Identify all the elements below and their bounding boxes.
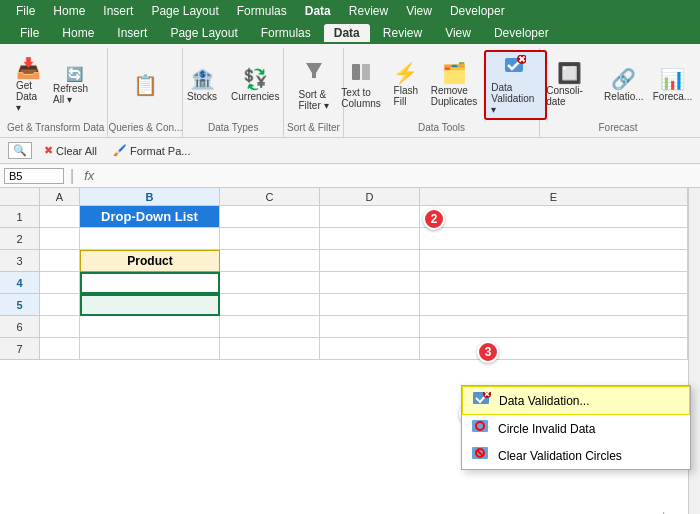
cell-a3[interactable] [40, 250, 80, 272]
currencies-button[interactable]: 💱 Currencies [225, 65, 285, 106]
ribbon-group-data-tools: Text toColumns ⚡ FlashFill 🗂️ RemoveDupl… [344, 48, 540, 137]
cell-c1[interactable] [220, 206, 320, 228]
cell-e6[interactable] [420, 316, 688, 338]
cell-b5[interactable] [80, 294, 220, 316]
dropdown-data-validation[interactable]: Data Validation... [462, 386, 690, 415]
cell-e7[interactable] [420, 338, 688, 360]
data-validation-dropdown: Data Validation... Circle Invalid Data C… [461, 385, 691, 470]
ribbon-tab-insert[interactable]: Insert [107, 24, 157, 42]
ribbon-tab-home[interactable]: Home [52, 24, 104, 42]
get-data-label: GetData ▾ [16, 80, 40, 113]
ribbon-tab-file[interactable]: File [10, 24, 49, 42]
forecast-buttons: 🔲 Consoli­date 🔗 Relatio... 📊 Foreca... [540, 50, 696, 120]
data-val-icon [504, 55, 526, 80]
text-to-columns-button[interactable]: Text toColumns [336, 58, 386, 113]
ribbon-tab-review[interactable]: Review [373, 24, 432, 42]
cell-a1[interactable] [40, 206, 80, 228]
cell-b7[interactable] [80, 338, 220, 360]
format-painter-button[interactable]: 🖌️ Format Pa... [109, 143, 195, 158]
cell-e3[interactable] [420, 250, 688, 272]
formula-input[interactable] [102, 170, 696, 182]
clear-all-icon: ✖ [44, 144, 53, 157]
dropdown-circle-invalid[interactable]: Circle Invalid Data [462, 415, 690, 442]
ribbon-group-data-types: 🏦 Stocks 💱 Currencies Data Types [183, 48, 284, 137]
cell-a6[interactable] [40, 316, 80, 338]
queries-button[interactable]: 📋 [127, 71, 164, 99]
column-headers: A B C D E [0, 188, 688, 206]
cell-d1[interactable] [320, 206, 420, 228]
cell-c3[interactable] [220, 250, 320, 272]
ribbon-tab-formulas[interactable]: Formulas [251, 24, 321, 42]
cell-e4[interactable] [420, 272, 688, 294]
search-box[interactable]: 🔍 [8, 142, 32, 159]
cell-a4[interactable] [40, 272, 80, 294]
ribbon-tab-page layout[interactable]: Page Layout [160, 24, 247, 42]
cell-c6[interactable] [220, 316, 320, 338]
cell-c7[interactable] [220, 338, 320, 360]
cell-a2[interactable] [40, 228, 80, 250]
remove-duplicates-button[interactable]: 🗂️ RemoveDuplicates [426, 59, 482, 111]
clear-all-button[interactable]: ✖ Clear All [40, 143, 101, 158]
menu-item-page layout[interactable]: Page Layout [143, 2, 226, 20]
data-types-label: Data Types [208, 120, 258, 135]
cell-d4[interactable] [320, 272, 420, 294]
consolidate-button[interactable]: 🔲 Consoli­date [540, 59, 598, 111]
cell-b6[interactable] [80, 316, 220, 338]
get-data-button[interactable]: 📥 GetData ▾ [10, 54, 46, 117]
ribbon-tab-developer[interactable]: Developer [484, 24, 559, 42]
menu-item-developer[interactable]: Developer [442, 2, 513, 20]
forecast-button[interactable]: 📊 Foreca... [649, 65, 696, 106]
cell-b1[interactable]: Drop-Down List [80, 206, 220, 228]
cell-a7[interactable] [40, 338, 80, 360]
menu-item-data[interactable]: Data [297, 2, 339, 20]
row-header-4: 4 [0, 272, 40, 294]
table-row: 4 [0, 272, 688, 294]
menu-item-review[interactable]: Review [341, 2, 396, 20]
clear-validation-icon [472, 447, 490, 464]
cell-c4[interactable] [220, 272, 320, 294]
menu-item-home[interactable]: Home [45, 2, 93, 20]
consolidate-icon: 🔲 [557, 63, 582, 83]
dropdown-circle-invalid-label: Circle Invalid Data [498, 422, 595, 436]
cell-e2[interactable] [420, 228, 688, 250]
col-header-a: A [40, 188, 80, 206]
table-row: 7 [0, 338, 688, 360]
row-header-6: 6 [0, 316, 40, 338]
cell-c5[interactable] [220, 294, 320, 316]
menu-bar: // Will render after page-data is parsed… [0, 0, 700, 22]
flash-fill-button[interactable]: ⚡ FlashFill [388, 59, 424, 111]
ribbon-tab-view[interactable]: View [435, 24, 481, 42]
corner-cell [0, 188, 40, 206]
cell-b2[interactable] [80, 228, 220, 250]
menu-item-formulas[interactable]: Formulas [229, 2, 295, 20]
data-validation-button[interactable]: DataValidation ▾ [484, 50, 546, 120]
cell-d3[interactable] [320, 250, 420, 272]
ribbon-content: 📥 GetData ▾ 🔄 Refresh All ▾ Get & Transf… [0, 44, 700, 138]
menu-item-view[interactable]: View [398, 2, 440, 20]
data-validation-label: DataValidation ▾ [491, 82, 539, 115]
clear-all-label: Clear All [56, 145, 97, 157]
row-header-5: 5 [0, 294, 40, 316]
svg-marker-0 [306, 63, 322, 78]
sort-filter-button[interactable]: Sort &Filter ▾ [293, 55, 335, 115]
cell-d6[interactable] [320, 316, 420, 338]
cell-d5[interactable] [320, 294, 420, 316]
flash-fill-icon: ⚡ [393, 63, 418, 83]
cell-e5[interactable] [420, 294, 688, 316]
ribbon-tab-data[interactable]: Data [324, 24, 370, 42]
cell-e1[interactable] [420, 206, 688, 228]
cell-d7[interactable] [320, 338, 420, 360]
stocks-button[interactable]: 🏦 Stocks [181, 65, 223, 106]
menu-item-insert[interactable]: Insert [95, 2, 141, 20]
cell-reference-box[interactable]: B5 [4, 168, 64, 184]
remove-dup-icon: 🗂️ [442, 63, 467, 83]
refresh-all-button[interactable]: 🔄 Refresh All ▾ [48, 63, 101, 108]
cell-c2[interactable] [220, 228, 320, 250]
cell-d2[interactable] [320, 228, 420, 250]
cell-b3[interactable]: Product [80, 250, 220, 272]
menu-item-file[interactable]: File [8, 2, 43, 20]
cell-b4[interactable] [80, 272, 220, 294]
relations-button[interactable]: 🔗 Relatio... [601, 65, 648, 106]
cell-a5[interactable] [40, 294, 80, 316]
dropdown-clear-validation[interactable]: Clear Validation Circles [462, 442, 690, 469]
